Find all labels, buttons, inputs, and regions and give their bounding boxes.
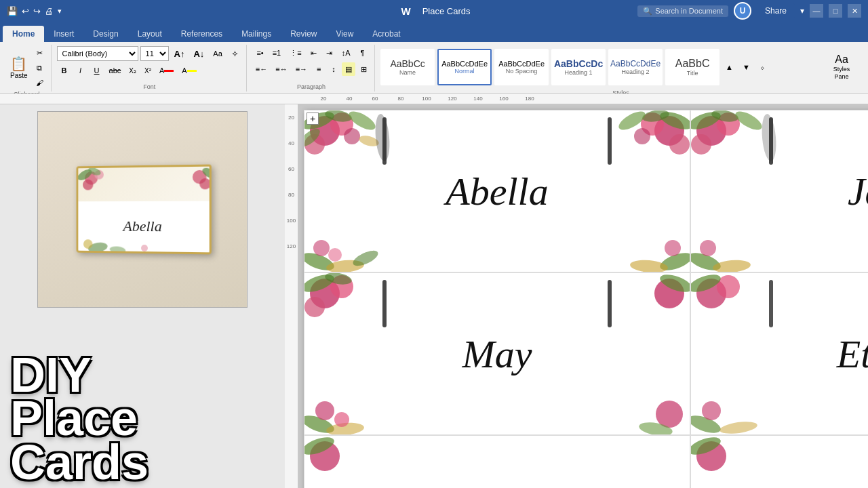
styles-scroll-up[interactable]: ▲: [722, 61, 736, 73]
user-circle[interactable]: U: [734, 2, 751, 20]
bullets-button[interactable]: ≡•: [253, 46, 267, 60]
thumbnail-card: Abella: [77, 165, 212, 255]
table-add-button[interactable]: +: [307, 113, 319, 125]
shading-button[interactable]: ▤: [342, 62, 355, 76]
tab-home[interactable]: Home: [3, 26, 44, 42]
place-card-abella[interactable]: Abella: [304, 110, 690, 272]
svg-rect-75: [769, 280, 773, 327]
share-dropdown-icon[interactable]: ▾: [800, 6, 804, 16]
place-card-name-abella[interactable]: Abella: [446, 169, 548, 214]
tab-insert[interactable]: Insert: [44, 26, 83, 42]
paste-button[interactable]: 📋 Paste: [7, 51, 31, 85]
underline-button[interactable]: U: [90, 64, 104, 77]
align-left-button[interactable]: ≡←: [252, 62, 271, 76]
undo-icon[interactable]: ↩: [22, 6, 29, 16]
share-button[interactable]: Share: [757, 3, 795, 18]
tab-references[interactable]: References: [172, 26, 232, 42]
tab-mailings[interactable]: Mailings: [232, 26, 281, 42]
place-card-partial2[interactable]: [690, 435, 868, 488]
tab-acrobat[interactable]: Acrobat: [363, 26, 410, 42]
floral-corner-ethan-bl: [691, 346, 806, 434]
document-title: Place Cards: [422, 6, 471, 16]
save-icon[interactable]: 💾: [7, 6, 18, 16]
font-group-content: Calibri (Body) 11 A↑ A↓ Aa ✧ B I U abc X…: [57, 46, 242, 82]
line-spacing-button[interactable]: ↕: [327, 62, 340, 76]
superscript-button[interactable]: X²: [141, 64, 155, 77]
redo-icon[interactable]: ↪: [33, 6, 41, 16]
svg-rect-30: [608, 117, 612, 165]
title-right-controls: 🔍 Search in Document U Share ▾ — □ ✕: [637, 2, 861, 20]
svg-point-53: [700, 240, 716, 256]
style-heading1[interactable]: AaBbCcDc Heading 1: [551, 49, 606, 85]
cut-button[interactable]: ✂: [33, 46, 47, 60]
tab-design[interactable]: Design: [83, 26, 127, 42]
paragraph-group-content: ≡• ≡1 ⋮≡ ⇤ ⇥ ↕A ¶ ≡← ≡↔ ≡→ ≡ ↕ ▤ ⊞: [252, 46, 370, 82]
print-icon[interactable]: 🖨: [45, 6, 54, 16]
tab-layout[interactable]: Layout: [128, 26, 172, 42]
place-card-name-partial1[interactable]: ...: [482, 457, 512, 489]
font-size-select[interactable]: 11: [140, 46, 169, 61]
styles-more[interactable]: ⬦: [756, 61, 770, 73]
svg-point-46: [760, 113, 778, 161]
place-card-name-ethan[interactable]: Ethan: [837, 331, 868, 377]
align-center-button[interactable]: ≡↔: [272, 62, 290, 76]
justify-button[interactable]: ≡: [312, 62, 326, 76]
sort-button[interactable]: ↕A: [338, 46, 354, 60]
font-grow-button[interactable]: A↑: [171, 47, 189, 60]
style-name[interactable]: AaBbCc Name: [380, 49, 435, 85]
font-name-select[interactable]: Calibri (Body): [57, 46, 138, 61]
svg-point-22: [374, 113, 391, 161]
paragraph-group-label: Paragraph: [252, 82, 370, 90]
increase-indent-button[interactable]: ⇥: [323, 46, 336, 60]
clear-format-button[interactable]: ✧: [228, 47, 242, 60]
tab-view[interactable]: View: [327, 26, 363, 42]
change-case-button[interactable]: Aa: [210, 47, 225, 60]
format-painter-button[interactable]: 🖌: [33, 76, 47, 89]
place-card-grid: Abella: [304, 110, 868, 488]
left-panel: Abella DIY Place Cards: [0, 104, 285, 488]
styles-scroll-down[interactable]: ▼: [739, 61, 753, 73]
search-placeholder[interactable]: Search in Document: [655, 7, 723, 15]
place-card-may[interactable]: May: [304, 272, 690, 435]
styles-pane-button[interactable]: Aa Styles Pane: [825, 49, 859, 85]
italic-button[interactable]: I: [73, 64, 88, 77]
bold-button[interactable]: B: [57, 64, 72, 77]
svg-point-9: [109, 245, 125, 252]
close-button[interactable]: ✕: [848, 4, 861, 18]
place-card-name-jack[interactable]: Jack: [848, 169, 868, 214]
ruler-mark-140: 140: [465, 96, 491, 102]
strikethrough-button[interactable]: abc: [106, 64, 125, 77]
svg-point-34: [313, 240, 330, 256]
multilevel-button[interactable]: ⋮≡: [286, 46, 304, 60]
font-shrink-button[interactable]: A↓: [190, 47, 208, 60]
maximize-button[interactable]: □: [829, 4, 842, 18]
floral-corner-jack-bl: [691, 184, 806, 272]
place-card-jack[interactable]: Jack: [690, 110, 868, 272]
ruler-mark-180: 180: [517, 96, 542, 102]
place-card-partial1[interactable]: ...: [304, 435, 690, 488]
title-left-controls: 💾 ↩ ↪ 🖨 ▾: [7, 6, 62, 16]
customize-icon[interactable]: ▾: [58, 7, 62, 16]
style-heading2[interactable]: AaBbCcDdEe Heading 2: [608, 49, 663, 85]
ribbon-tabs: Home Insert Design Layout References Mai…: [0, 22, 868, 42]
horizontal-ruler: 20 40 60 80 100 120 140 160 180: [0, 94, 868, 104]
style-title[interactable]: AaBbC Title: [665, 49, 719, 85]
thumbnail-bottom-floral: [78, 230, 209, 252]
minimize-button[interactable]: —: [810, 4, 823, 18]
tab-review[interactable]: Review: [281, 26, 326, 42]
highlight-button[interactable]: A: [178, 64, 199, 77]
place-card-name-may[interactable]: May: [462, 331, 532, 377]
numbering-button[interactable]: ≡1: [269, 46, 285, 60]
borders-button[interactable]: ⊞: [357, 62, 370, 76]
ruler-mark-160: 160: [491, 96, 517, 102]
style-normal[interactable]: AaBbCcDdEe Normal: [437, 49, 492, 85]
style-no-spacing[interactable]: AaBbCcDdEe No Spacing: [494, 49, 549, 85]
svg-point-69: [334, 412, 349, 427]
align-right-button[interactable]: ≡→: [292, 62, 311, 76]
place-card-ethan[interactable]: Ethan: [690, 272, 868, 435]
copy-button[interactable]: ⧉: [33, 61, 47, 75]
decrease-indent-button[interactable]: ⇤: [307, 46, 321, 60]
subscript-button[interactable]: X₂: [125, 64, 140, 77]
text-color-button[interactable]: A: [156, 64, 177, 77]
show-marks-button[interactable]: ¶: [356, 46, 370, 60]
